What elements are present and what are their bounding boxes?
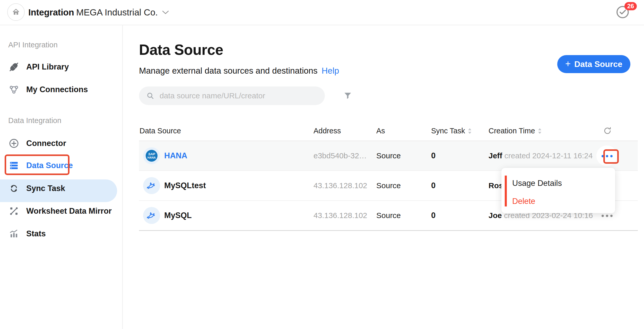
nodes-icon — [8, 84, 20, 95]
app-window: Integration MEGA Industrial Co. 26 API I… — [0, 0, 644, 329]
sidebar-item-data-source[interactable]: Data Source — [0, 154, 117, 177]
column-header-address: Address — [314, 127, 341, 135]
add-data-source-label: Data Source — [574, 59, 622, 69]
mysql-dolphin-icon — [143, 177, 160, 194]
row-actions-button[interactable] — [601, 150, 613, 162]
annotation-red-bar — [505, 176, 507, 206]
page-title: Data Source — [139, 41, 223, 58]
filter-icon — [343, 91, 353, 101]
ellipsis-icon — [602, 215, 604, 217]
stats-icon — [8, 228, 20, 239]
sidebar-item-label: My Connections — [26, 85, 88, 94]
menu-item-delete[interactable]: Delete — [512, 197, 535, 206]
row-context-menu: Usage Details Delete — [501, 168, 615, 213]
data-source-name[interactable]: MySQLtest — [164, 171, 206, 200]
org-switcher[interactable]: MEGA Industrial Co. — [76, 7, 169, 18]
status-badge: 26 — [624, 2, 637, 10]
product-title: Integration — [28, 7, 74, 18]
refresh-button[interactable] — [602, 126, 613, 136]
org-name: MEGA Industrial Co. — [76, 7, 158, 18]
sidebar-item-label: API Library — [26, 62, 69, 72]
sidebar-item-label: Sync Task — [26, 184, 65, 193]
filter-button[interactable] — [342, 90, 353, 101]
sync-task-count: 0 — [431, 171, 436, 200]
menu-item-usage-details[interactable]: Usage Details — [512, 179, 562, 188]
sidebar-item-worksheet-data-mirror[interactable]: Worksheet Data Mirror — [0, 200, 117, 222]
column-header-as: As — [376, 127, 385, 135]
tasks-indicator[interactable]: 26 — [615, 5, 638, 21]
ellipsis-icon — [602, 155, 604, 157]
address-cell: 43.136.128.102 — [314, 201, 367, 230]
refresh-icon — [603, 126, 612, 135]
sidebar-item-label: Connector — [26, 139, 66, 148]
home-icon — [12, 8, 20, 16]
sidebar: API Integration API Library My Connectio… — [0, 25, 123, 329]
chevron-down-icon — [162, 10, 169, 15]
creation-cell: Jeff created 2024-12-11 16:24 — [489, 141, 593, 170]
as-cell: Source — [376, 171, 401, 200]
data-source-name-link[interactable]: HANA — [164, 141, 187, 170]
column-header-creation-time[interactable]: Creation Time — [489, 127, 542, 135]
table-header: Data Source Address As Sync Task Creatio… — [139, 124, 638, 141]
page-subtitle-text: Manage external data sources and destina… — [139, 66, 317, 75]
sap-hana-icon: SAP HANA — [143, 147, 160, 164]
sidebar-section-api-integration: API Integration — [8, 41, 58, 49]
sidebar-item-stats[interactable]: Stats — [0, 222, 117, 245]
table-row[interactable]: SAP HANA HANA e3bd540b-325a... Source 0 … — [139, 141, 638, 171]
plus-circle-icon — [8, 138, 20, 149]
address-cell: e3bd540b-325a... — [314, 141, 370, 170]
page-subtitle: Manage external data sources and destina… — [139, 66, 339, 76]
sidebar-item-label: Stats — [26, 229, 46, 238]
plus-icon: + — [565, 58, 571, 69]
as-cell: Source — [376, 201, 401, 230]
top-bar: Integration MEGA Industrial Co. 26 — [0, 0, 644, 25]
sync-task-count: 0 — [431, 201, 436, 230]
data-source-name[interactable]: MySQL — [164, 201, 192, 230]
address-cell: 43.136.128.102 — [314, 171, 367, 200]
sync-task-count: 0 — [431, 141, 436, 170]
sidebar-section-data-integration: Data Integration — [8, 116, 61, 125]
list-icon — [8, 160, 20, 171]
column-header-sync-task[interactable]: Sync Task — [431, 127, 472, 135]
plug-icon — [8, 61, 20, 73]
sidebar-item-connector[interactable]: Connector — [0, 132, 117, 155]
as-cell: Source — [376, 141, 401, 170]
sidebar-item-label: Worksheet Data Mirror — [26, 206, 112, 216]
sort-icon[interactable] — [468, 128, 472, 134]
search-bar — [139, 86, 325, 105]
sidebar-item-api-library[interactable]: API Library — [0, 56, 117, 78]
search-icon — [146, 92, 154, 100]
mysql-dolphin-icon — [143, 207, 160, 224]
sidebar-item-label: Data Source — [26, 161, 73, 170]
sort-icon[interactable] — [538, 128, 542, 134]
column-header-data-source: Data Source — [140, 127, 181, 135]
home-button[interactable] — [7, 3, 25, 21]
sidebar-item-my-connections[interactable]: My Connections — [0, 78, 117, 101]
help-link[interactable]: Help — [321, 66, 339, 75]
mirror-icon — [8, 205, 20, 217]
sync-icon — [8, 183, 20, 194]
add-data-source-button[interactable]: + Data Source — [557, 55, 630, 73]
sidebar-item-sync-task[interactable]: Sync Task — [0, 177, 117, 200]
search-input[interactable] — [159, 91, 304, 100]
